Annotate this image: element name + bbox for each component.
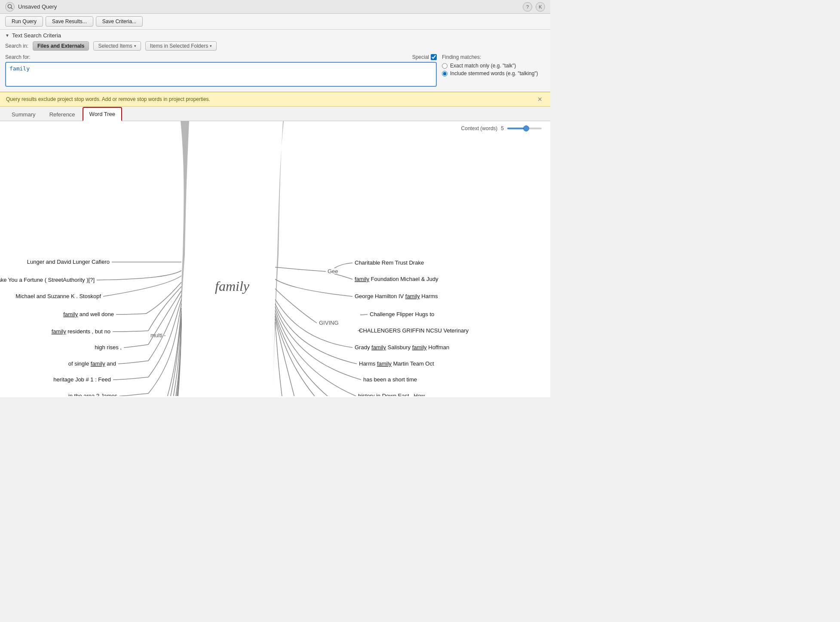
right-branch-1: Charitable Rem Trust Drake bbox=[355, 259, 424, 266]
tab-reference[interactable]: Reference bbox=[43, 108, 82, 121]
tab-word-tree[interactable]: Word Tree bbox=[83, 107, 122, 121]
save-criteria-button[interactable]: Save Criteria... bbox=[96, 16, 143, 27]
title-bar: Unsaved Query ? K bbox=[0, 0, 550, 14]
tab-summary[interactable]: Summary bbox=[5, 108, 42, 121]
context-slider[interactable] bbox=[507, 128, 542, 129]
special-checkbox[interactable] bbox=[431, 54, 437, 60]
help-button[interactable]: ? bbox=[523, 2, 532, 12]
context-control: Context (words) 5 bbox=[461, 125, 542, 131]
right-branch-6: Grady family Salisbury family Hoffman bbox=[355, 344, 449, 351]
left-branch-8: heritage Job # 1 : Feed bbox=[53, 376, 111, 383]
left-branch-3: Michael and Suzanne K . Stoskopf bbox=[15, 293, 101, 299]
criteria-header: ▼ Text Search Criteria bbox=[5, 32, 545, 39]
right-branch-7: Harms family Martin Team Oct bbox=[359, 360, 434, 367]
search-for-row: Search for: Special family Finding match… bbox=[5, 54, 545, 88]
window-title: Unsaved Query bbox=[18, 3, 57, 10]
search-for-label-row: Search for: Special bbox=[5, 54, 437, 60]
title-bar-left: Unsaved Query bbox=[5, 2, 57, 12]
left-branch-7: of single family and bbox=[68, 360, 116, 367]
warning-close-button[interactable]: ✕ bbox=[536, 96, 544, 103]
right-branch-2: family Foundation Michael & Judy bbox=[355, 276, 438, 282]
word-tree-area: Context (words) 5 family Lunger and Davi… bbox=[0, 121, 550, 397]
search-input[interactable]: family bbox=[5, 62, 437, 87]
selected-items-button[interactable]: Selected Items ▾ bbox=[93, 41, 141, 51]
search-for-left: Search for: Special family bbox=[5, 54, 437, 88]
special-badge: Special bbox=[412, 54, 437, 60]
finding-matches: Finding matches: Exact match only (e.g. … bbox=[442, 54, 545, 78]
stemmed-label: Include stemmed words (e.g. "talking") bbox=[450, 70, 538, 76]
criteria-label: Text Search Criteria bbox=[12, 32, 61, 39]
title-bar-actions: ? K bbox=[523, 2, 545, 12]
folders-arrow: ▾ bbox=[210, 44, 212, 48]
search-in-label: Search in: bbox=[5, 43, 28, 49]
run-query-button[interactable]: Run Query bbox=[5, 16, 43, 27]
save-results-button[interactable]: Save Results... bbox=[46, 16, 93, 27]
search-icon bbox=[5, 2, 15, 12]
folders-button[interactable]: Items in Selected Folders ▾ bbox=[145, 41, 217, 51]
tabs-row: Summary Reference Word Tree bbox=[0, 107, 550, 121]
slider-fill bbox=[507, 128, 524, 129]
selected-items-arrow: ▾ bbox=[134, 44, 136, 48]
criteria-section: ▼ Text Search Criteria Search in: Files … bbox=[0, 30, 550, 92]
collapse-icon[interactable]: ▼ bbox=[5, 33, 9, 38]
left-branch-9: in the area ? James bbox=[68, 393, 118, 396]
exact-radio[interactable] bbox=[442, 63, 448, 69]
search-in-row: Search in: Files and Externals Selected … bbox=[5, 41, 545, 51]
files-externals-button[interactable]: Files and Externals bbox=[33, 41, 89, 51]
svg-point-0 bbox=[8, 4, 11, 8]
context-label: Context (words) bbox=[461, 125, 498, 131]
left-branch-1: Lunger and David Lunger Cafiero bbox=[27, 259, 110, 265]
word-tree-svg: family Lunger and David Lunger Cafiero M… bbox=[0, 121, 550, 396]
toolbar: Run Query Save Results... Save Criteria.… bbox=[0, 14, 550, 30]
right-branch-3: George Hamilton IV family Harms bbox=[355, 293, 438, 299]
right-branch-4: Challenge Flipper Hugs to bbox=[370, 311, 434, 317]
warning-banner: Query results exclude project stop words… bbox=[0, 92, 550, 107]
exact-match-option[interactable]: Exact match only (e.g. "talk") bbox=[442, 63, 545, 69]
left-branch-6: high rises , bbox=[95, 344, 122, 351]
right-mid-giving: GIVING bbox=[319, 320, 339, 326]
exact-label: Exact match only (e.g. "talk") bbox=[450, 63, 516, 69]
finding-label: Finding matches: bbox=[442, 54, 545, 60]
warning-text: Query results exclude project stop words… bbox=[6, 96, 210, 102]
left-branch-4: family and well done bbox=[63, 311, 114, 317]
left-branch-2: Make You a Fortune ( StreetAuthority )[?… bbox=[0, 277, 95, 283]
context-value: 5 bbox=[501, 125, 504, 131]
svg-line-1 bbox=[11, 8, 12, 9]
stemmed-option[interactable]: Include stemmed words (e.g. "talking") bbox=[442, 70, 545, 76]
slider-thumb[interactable] bbox=[523, 125, 529, 131]
right-branch-8: has been a short time bbox=[363, 376, 417, 383]
minimize-button[interactable]: K bbox=[536, 2, 545, 12]
right-branch-9: history in Down East . How bbox=[358, 393, 425, 396]
stemmed-radio[interactable] bbox=[442, 71, 448, 76]
right-branch-5: CHALLENGERS GRIFFIN NCSU Veterinary bbox=[359, 327, 469, 334]
center-word: family bbox=[215, 278, 250, 294]
left-branch-5: family residents , but no bbox=[52, 328, 110, 335]
right-mid-gee: Gee bbox=[328, 268, 338, 274]
